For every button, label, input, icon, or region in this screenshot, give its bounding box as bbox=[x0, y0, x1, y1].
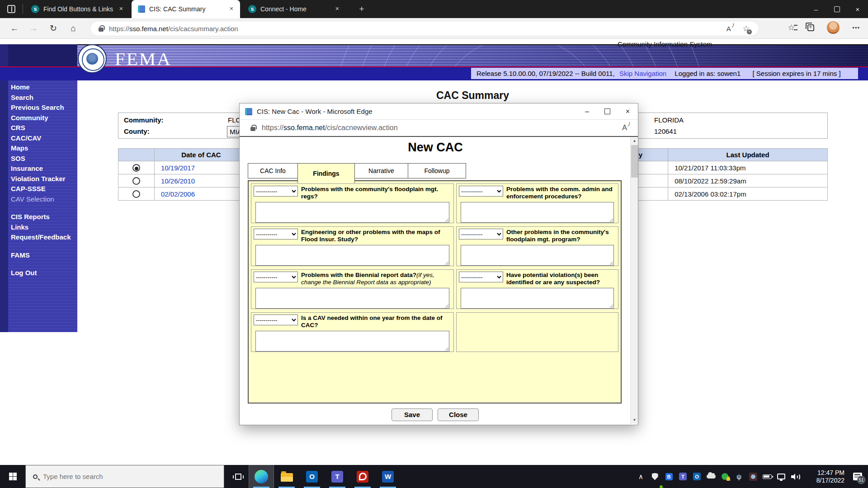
popup-title-bar[interactable]: CIS: New Cac - Work - Microsoft Edge – × bbox=[240, 103, 638, 120]
notification-center-button[interactable]: 51 bbox=[847, 465, 868, 488]
finding-textarea[interactable] bbox=[461, 202, 614, 223]
finding-select[interactable]: ----------- bbox=[254, 229, 298, 239]
tray-chevron-up-icon[interactable]: ∧ bbox=[634, 465, 648, 488]
tab-actions-icon[interactable] bbox=[7, 5, 15, 13]
taskbar-file-explorer-button[interactable] bbox=[274, 465, 299, 488]
settings-menu-icon[interactable]: ••• bbox=[852, 24, 860, 31]
sidebar-item-previous-search[interactable]: Previous Search bbox=[11, 103, 77, 113]
browser-tab-cac-summary[interactable]: CIS: CAC Summary × bbox=[132, 0, 240, 18]
sidebar-item-request-feedback[interactable]: Request/Feedback bbox=[11, 232, 77, 243]
close-tab-icon[interactable]: × bbox=[333, 5, 341, 13]
window-close-button[interactable]: × bbox=[847, 0, 868, 18]
row-radio[interactable] bbox=[132, 190, 140, 198]
onedrive-icon[interactable] bbox=[704, 465, 718, 488]
row-radio-selected[interactable] bbox=[132, 164, 140, 172]
tab-followup[interactable]: Followup bbox=[408, 163, 466, 178]
tray-outlook-icon[interactable]: O bbox=[690, 465, 704, 488]
scrollbar-thumb[interactable] bbox=[631, 145, 638, 178]
read-aloud-icon[interactable]: A bbox=[726, 25, 731, 33]
sidebar-item-community[interactable]: Community bbox=[11, 113, 77, 123]
close-tab-icon[interactable]: × bbox=[227, 5, 236, 13]
volume-icon[interactable] bbox=[788, 465, 802, 488]
finding-select[interactable]: ----------- bbox=[254, 186, 298, 197]
skip-navigation-link[interactable]: Skip Navigation bbox=[619, 70, 666, 77]
save-button[interactable]: Save bbox=[392, 408, 433, 421]
taskbar-acrobat-button[interactable] bbox=[350, 465, 375, 488]
finding-select[interactable]: ----------- bbox=[254, 314, 298, 325]
popup-close-button[interactable]: × bbox=[618, 103, 638, 119]
finding-textarea[interactable] bbox=[461, 288, 614, 309]
collections-icon[interactable] bbox=[807, 24, 814, 31]
popup-url-text[interactable]: https://sso.fema.net/cis/cacnewview.acti… bbox=[262, 124, 398, 132]
sidebar-item-cis-reports[interactable]: CIS Reports bbox=[11, 212, 77, 222]
sidebar-item-sos[interactable]: SOS bbox=[11, 154, 77, 164]
sidebar-item-crs[interactable]: CRS bbox=[11, 123, 77, 133]
cac-date-link[interactable]: 10/19/2017 bbox=[161, 164, 195, 172]
finding-textarea[interactable] bbox=[255, 245, 449, 266]
cac-date-link[interactable]: 02/02/2006 bbox=[161, 190, 195, 198]
row-radio[interactable] bbox=[132, 177, 140, 185]
taskbar-word-button[interactable]: W bbox=[375, 465, 401, 488]
sidebar-item-home[interactable]: Home bbox=[11, 82, 77, 93]
battery-icon[interactable] bbox=[760, 465, 774, 488]
sidebar-item-cav-selection[interactable]: CAV Selection bbox=[11, 194, 77, 205]
address-bar[interactable]: https://sso.fema.net/cis/cacsummary.acti… bbox=[90, 21, 759, 36]
sidebar-item-links[interactable]: Links bbox=[11, 222, 77, 233]
taskbar-outlook-button[interactable]: O bbox=[299, 465, 325, 488]
sidebar-item-violation-tracker[interactable]: Violation Tracker bbox=[11, 174, 77, 184]
finding-textarea[interactable] bbox=[255, 288, 449, 309]
scroll-up-icon[interactable]: ▲ bbox=[631, 137, 638, 145]
forward-icon[interactable]: → bbox=[27, 22, 40, 35]
tab-cac-info[interactable]: CAC Info bbox=[248, 163, 298, 178]
scroll-down-icon[interactable]: ▼ bbox=[631, 416, 638, 424]
finding-select[interactable]: ----------- bbox=[459, 229, 503, 239]
sidebar-item-fams[interactable]: FAMS bbox=[11, 250, 77, 261]
home-icon[interactable]: ⌂ bbox=[67, 22, 80, 35]
finding-textarea[interactable] bbox=[255, 202, 449, 223]
tray-teams-icon[interactable]: T bbox=[676, 465, 690, 488]
finding-textarea[interactable] bbox=[255, 331, 449, 352]
sidebar-item-cac-cav[interactable]: CAC/CAV bbox=[11, 133, 77, 144]
url-text[interactable]: https://sso.fema.net/cis/cacsummary.acti… bbox=[109, 25, 238, 33]
back-icon[interactable]: ← bbox=[8, 22, 21, 35]
tab-findings[interactable]: Findings bbox=[297, 163, 355, 183]
favorites-icon[interactable]: ☆ bbox=[788, 23, 795, 33]
read-aloud-icon[interactable]: A bbox=[622, 124, 627, 132]
sidebar-item-cap-ssse[interactable]: CAP-SSSE bbox=[11, 184, 77, 194]
taskbar-edge-button[interactable] bbox=[249, 465, 274, 488]
finding-select[interactable]: ----------- bbox=[459, 272, 503, 282]
taskbar-teams-button[interactable]: T bbox=[325, 465, 350, 488]
popup-minimize-button[interactable]: – bbox=[577, 103, 597, 119]
start-button[interactable] bbox=[0, 465, 25, 488]
add-favorite-icon[interactable]: ☆ bbox=[743, 24, 750, 33]
popup-address-bar[interactable]: https://sso.fema.net/cis/cacnewview.acti… bbox=[240, 120, 638, 137]
windows-security-icon[interactable] bbox=[648, 465, 662, 488]
usb-icon[interactable]: ψ bbox=[732, 465, 746, 488]
taskbar-clock[interactable]: 12:47 PM 8/17/2022 bbox=[807, 469, 844, 484]
browser-tab-find-old-buttons[interactable]: s Find Old Buttons & Links × bbox=[25, 0, 130, 18]
refresh-icon[interactable]: ↻ bbox=[47, 22, 60, 35]
bluetooth-icon[interactable]: B bbox=[662, 465, 676, 488]
finding-select[interactable]: ----------- bbox=[459, 186, 503, 197]
finding-select[interactable]: ----------- bbox=[254, 272, 298, 282]
popup-scrollbar[interactable]: ▲ ▼ bbox=[630, 137, 638, 424]
cac-date-link[interactable]: 10/26/2010 bbox=[161, 177, 195, 185]
window-minimize-button[interactable]: – bbox=[806, 0, 826, 18]
vpn-lock-icon[interactable] bbox=[718, 465, 732, 488]
taskbar-search[interactable] bbox=[25, 465, 224, 488]
close-button[interactable]: Close bbox=[438, 408, 479, 421]
close-tab-icon[interactable]: × bbox=[117, 5, 125, 13]
finding-textarea[interactable] bbox=[461, 245, 614, 266]
tab-narrative[interactable]: Narrative bbox=[354, 163, 408, 178]
profile-avatar[interactable] bbox=[827, 21, 840, 34]
sidebar-item-maps[interactable]: Maps bbox=[11, 143, 77, 154]
sidebar-item-search[interactable]: Search bbox=[11, 93, 77, 103]
task-view-button[interactable] bbox=[228, 465, 249, 488]
sidebar-item-insurance[interactable]: Insurance bbox=[11, 164, 77, 174]
app-tray-icon[interactable] bbox=[746, 465, 760, 488]
sidebar-item-log-out[interactable]: Log Out bbox=[11, 268, 77, 278]
search-input[interactable] bbox=[43, 473, 192, 480]
browser-tab-connect-home[interactable]: s Connect - Home × bbox=[242, 0, 346, 18]
window-maximize-button[interactable] bbox=[826, 0, 847, 18]
network-icon[interactable] bbox=[774, 465, 788, 488]
